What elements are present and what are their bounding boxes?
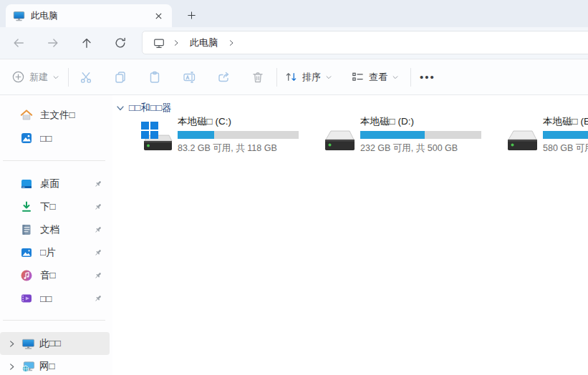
sidebar-item-label: 此□□ (39, 337, 110, 350)
file-list-area: □□和□□器 本地磁□ (C:) 83.2 GB 可用, 共 118 GB (112, 95, 588, 375)
paste-button[interactable] (138, 63, 172, 92)
chevron-down-icon (325, 74, 332, 81)
tab-title: 此电脑 (31, 10, 145, 22)
sidebar-item-label: 下□ (40, 200, 87, 213)
refresh-icon[interactable] (107, 30, 133, 56)
paste-icon (148, 70, 162, 84)
drive-usage-fill (543, 131, 588, 139)
drive-e-tile[interactable]: 本地磁□ (E:) 580 GB 可用 (504, 114, 588, 155)
drive-free-space: 580 GB 可用 (543, 142, 588, 155)
expand-chevron-icon[interactable] (6, 340, 17, 348)
hard-drive-icon (322, 120, 356, 155)
drive-name: 本地磁□ (C:) (178, 115, 299, 128)
new-tab-button[interactable] (182, 6, 201, 24)
pin-icon (94, 225, 102, 234)
address-bar[interactable]: 此电脑 (142, 31, 588, 54)
sidebar-item-pictures[interactable]: □片 (0, 241, 110, 264)
drive-d-tile[interactable]: 本地磁□ (D:) 232 GB 可用, 共 500 GB (322, 114, 502, 155)
drive-name: 本地磁□ (D:) (360, 115, 481, 128)
navigation-pane: 主文件□ □□ 桌面 (0, 95, 112, 375)
sidebar-item-label: 桌面 (40, 177, 87, 190)
sidebar-item-home[interactable]: 主文件□ (0, 104, 110, 127)
desktop-icon (20, 177, 33, 190)
document-icon (20, 223, 33, 236)
sidebar-item-downloads[interactable]: 下□ (0, 195, 110, 218)
back-icon[interactable] (6, 30, 32, 56)
forward-icon[interactable] (40, 30, 66, 56)
up-icon[interactable] (74, 30, 100, 56)
view-button-label: 查看 (369, 71, 387, 84)
videos-icon (20, 292, 33, 305)
sidebar-separator (3, 160, 105, 161)
drive-name: 本地磁□ (E:) (543, 115, 588, 128)
sidebar-item-gallery[interactable]: □□ (0, 127, 110, 150)
trash-icon (251, 70, 265, 84)
sidebar-item-label: 音□ (40, 269, 87, 282)
share-button[interactable] (206, 63, 241, 92)
system-drive-icon (139, 120, 173, 155)
command-toolbar: 新建 (0, 59, 588, 95)
this-pc-icon (13, 10, 25, 22)
drive-free-space: 232 GB 可用, 共 500 GB (360, 142, 481, 155)
download-icon (20, 200, 33, 213)
expand-chevron-icon[interactable] (6, 363, 17, 371)
copy-icon (113, 70, 127, 84)
circle-plus-icon (11, 70, 25, 84)
pin-icon (94, 180, 102, 188)
hard-drive-icon (504, 120, 539, 155)
sidebar-item-this-pc[interactable]: 此□□ (0, 332, 110, 355)
group-header-label: □□和□□器 (129, 102, 172, 115)
rename-icon (182, 70, 196, 84)
tab-close-icon[interactable] (150, 8, 166, 24)
drive-usage-fill (360, 131, 425, 139)
sidebar-item-network[interactable]: 网□ (0, 355, 110, 375)
drive-usage-bar (543, 131, 588, 139)
tab-this-pc[interactable]: 此电脑 (6, 4, 172, 27)
sort-button-label: 排序 (302, 71, 321, 84)
drive-c-tile[interactable]: 本地磁□ (C:) 83.2 GB 可用, 共 118 GB (139, 114, 319, 155)
this-pc-outline-icon (153, 36, 165, 49)
devices-and-drives-group-header[interactable]: □□和□□器 (116, 102, 172, 115)
chevron-down-icon (52, 74, 59, 81)
sidebar-item-label: □□ (40, 133, 110, 144)
home-icon (20, 109, 33, 122)
sort-icon (284, 70, 298, 84)
sidebar-item-label: □□ (40, 293, 87, 304)
sidebar-item-desktop[interactable]: 桌面 (0, 172, 110, 195)
cut-icon (79, 70, 93, 84)
this-pc-icon (21, 337, 35, 351)
share-icon (216, 70, 231, 84)
sidebar-item-label: 网□ (39, 360, 110, 373)
sidebar-item-label: □片 (40, 246, 87, 259)
new-button[interactable]: 新建 (11, 70, 59, 84)
collapse-chevron-icon (116, 104, 125, 112)
more-options-button[interactable]: ••• (414, 68, 441, 86)
music-icon (20, 269, 33, 282)
sort-button[interactable]: 排序 (284, 70, 332, 84)
breadcrumb-separator-icon (228, 39, 235, 47)
gallery-icon (20, 132, 33, 145)
toolbar-divider (276, 68, 277, 87)
delete-button[interactable] (241, 63, 275, 92)
pin-icon (94, 248, 102, 257)
sidebar-item-videos[interactable]: □□ (0, 287, 110, 310)
sidebar-item-label: 文档 (40, 223, 87, 236)
sidebar-item-documents[interactable]: 文档 (0, 218, 110, 241)
chevron-down-icon (392, 74, 399, 81)
view-button[interactable]: 查看 (351, 70, 399, 84)
drive-usage-bar (178, 131, 299, 139)
drive-usage-bar (360, 131, 481, 139)
sidebar-item-label: 主文件□ (40, 109, 110, 122)
breadcrumb-separator-icon (173, 39, 180, 47)
breadcrumb-this-pc[interactable]: 此电脑 (187, 35, 221, 51)
sidebar-separator (3, 320, 105, 321)
rename-button[interactable] (172, 63, 206, 92)
pin-icon (94, 203, 102, 211)
navigation-bar: 此电脑 (0, 27, 588, 59)
drive-free-space: 83.2 GB 可用, 共 118 GB (178, 142, 299, 155)
cut-button[interactable] (69, 63, 103, 92)
toolbar-divider (410, 68, 411, 87)
copy-button[interactable] (103, 63, 138, 92)
sidebar-item-music[interactable]: 音□ (0, 264, 110, 287)
pin-icon (94, 294, 102, 303)
